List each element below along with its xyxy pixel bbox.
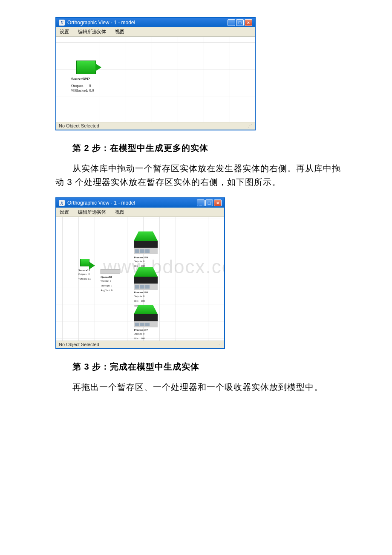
menu-view[interactable]: 视图 [115, 29, 124, 34]
minimize-button[interactable]: _ [197, 199, 205, 206]
processor-entity-3[interactable] [134, 305, 158, 327]
queue-entity[interactable] [101, 269, 120, 274]
window-title: Orthographic View - 1 - model [67, 20, 135, 26]
menubar[interactable]: 设置 编辑所选实体 视图 [56, 208, 224, 217]
step2-paragraph: 从实体库中拖动一个暂存区实体放在发生器实体的右侧。再从库中拖动 3 个处理器实体… [55, 162, 345, 189]
proc3-stats: Outputs 0 Idle: 100 %Process: 0 [134, 332, 147, 341]
processor-entity-1[interactable] [134, 231, 158, 254]
close-button[interactable]: × [245, 19, 252, 26]
status-text: No Object Selected [59, 123, 99, 129]
step3-paragraph: 再拖出一个暂存区、一个处理器和一个吸收器实体放到模型中。 [55, 380, 345, 394]
close-button[interactable]: × [214, 199, 222, 206]
statusbar: No Object Selected ⋰ [56, 341, 224, 348]
source-stats: Outputs 0 %Blocked: 0.0 [71, 84, 94, 93]
ortho-window-2: X Orthographic View - 1 - model _ □ × 设置… [55, 197, 225, 349]
statusbar: No Object Selected ⋰ [56, 122, 255, 130]
source-label: Source9892 [71, 77, 90, 81]
menu-edit-entity[interactable]: 编辑所选实体 [78, 209, 106, 214]
menu-settings[interactable]: 设置 [60, 209, 69, 214]
window-title: Orthographic View - 1 - model [67, 200, 135, 206]
source-stats: Outputs 0 %Block: 0.0 [78, 272, 91, 281]
titlebar[interactable]: X Orthographic View - 1 - model _ □ × [56, 18, 255, 27]
menu-view[interactable]: 视图 [115, 209, 124, 214]
status-text: No Object Selected [59, 342, 99, 347]
resize-grip-icon[interactable]: ⋰ [248, 123, 252, 129]
queue-stats: Waiting 0 Through: 0 AvgCont: 0 [101, 279, 112, 293]
menu-settings[interactable]: 设置 [60, 29, 69, 34]
maximize-button[interactable]: □ [236, 19, 244, 26]
menubar[interactable]: 设置 编辑所选实体 视图 [56, 27, 255, 37]
watermark: www.bdocx.com [103, 256, 224, 278]
app-icon: X [59, 200, 65, 206]
ortho-window-1: X Orthographic View - 1 - model _ □ × 设置… [55, 17, 256, 130]
app-icon: X [59, 20, 65, 26]
step2-heading: 第 2 步：在模型中生成更多的实体 [72, 142, 345, 154]
model-canvas[interactable]: www.bdocx.com Source12 Outputs 0 %Block:… [56, 217, 224, 341]
maximize-button[interactable]: □ [205, 199, 213, 206]
menu-edit-entity[interactable]: 编辑所选实体 [78, 29, 106, 34]
titlebar[interactable]: X Orthographic View - 1 - model _ □ × [56, 198, 224, 208]
processor-entity-2[interactable] [134, 267, 158, 290]
model-canvas[interactable]: Source9892 Outputs 0 %Blocked: 0.0 [56, 37, 255, 122]
step3-heading: 第 3 步：完成在模型中生成实体 [72, 361, 345, 373]
source-entity[interactable] [76, 61, 96, 74]
resize-grip-icon[interactable]: ⋰ [217, 342, 222, 347]
source-entity[interactable] [80, 259, 89, 266]
minimize-button[interactable]: _ [228, 19, 235, 26]
